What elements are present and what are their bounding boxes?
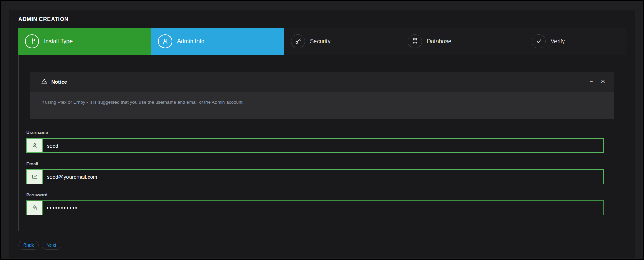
user-icon	[158, 34, 172, 48]
step-verify[interactable]: Verify	[525, 28, 626, 55]
text-cursor	[79, 205, 79, 211]
email-input-group	[26, 169, 604, 184]
wizard-steps: Install Type Admin Info	[18, 28, 626, 55]
close-icon[interactable]: ✕	[599, 78, 607, 85]
minimize-icon[interactable]: –	[589, 78, 595, 85]
signpost-icon	[25, 34, 39, 48]
step-security[interactable]: Security	[284, 28, 401, 55]
email-input[interactable]	[42, 169, 604, 184]
database-icon	[408, 34, 422, 48]
lock-icon	[26, 200, 42, 215]
envelope-icon	[26, 169, 42, 184]
step-admin-info[interactable]: Admin Info	[151, 28, 284, 55]
step-install-type[interactable]: Install Type	[18, 28, 151, 55]
username-input-group	[26, 138, 604, 153]
admin-creation-panel: ADMIN CREATION Install Type	[9, 10, 635, 258]
password-group: Password •••••••••••	[26, 192, 618, 215]
password-input-group: •••••••••••	[26, 200, 604, 215]
app-background: ADMIN CREATION Install Type	[1, 1, 643, 259]
username-input[interactable]	[42, 138, 604, 153]
notice-header: Notice – ✕	[30, 72, 614, 92]
step-database[interactable]: Database	[401, 28, 525, 55]
admin-info-form: Username Email	[26, 130, 618, 215]
check-icon	[532, 34, 546, 48]
notice-title: Notice	[51, 79, 67, 85]
email-label: Email	[26, 161, 618, 166]
person-icon	[26, 138, 42, 153]
wizard-actions: Back Next	[18, 241, 626, 250]
back-button[interactable]: Back	[18, 241, 39, 250]
notice-panel: Notice – ✕ If using Plex or Emby - It is…	[30, 72, 614, 119]
password-input[interactable]: •••••••••••	[42, 200, 604, 215]
username-group: Username	[26, 130, 618, 153]
step-label: Verify	[551, 38, 565, 45]
step-label: Admin Info	[177, 38, 204, 45]
password-label: Password	[26, 192, 618, 197]
step-label: Security	[310, 38, 331, 45]
step-label: Install Type	[44, 38, 73, 45]
admin-info-step-content: Notice – ✕ If using Plex or Emby - It is…	[18, 55, 626, 231]
page-title: ADMIN CREATION	[18, 10, 626, 28]
password-masked-value: •••••••••••	[47, 205, 78, 211]
username-label: Username	[26, 130, 618, 135]
next-button[interactable]: Next	[42, 241, 61, 250]
key-icon	[291, 34, 305, 48]
warning-triangle-icon	[41, 78, 47, 86]
step-label: Database	[427, 38, 451, 45]
email-group: Email	[26, 161, 618, 184]
notice-message: If using Plex or Emby - It is suggested …	[30, 92, 614, 119]
